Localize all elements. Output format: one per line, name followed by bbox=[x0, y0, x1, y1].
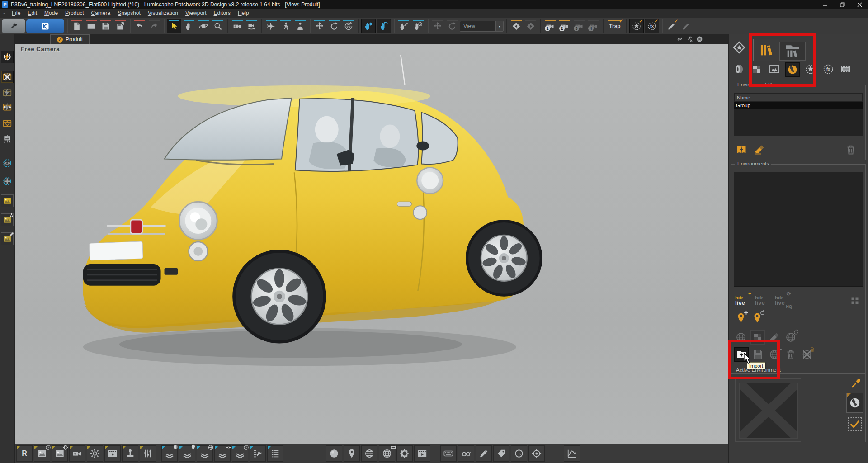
effects-button[interactable]: fx✓ bbox=[645, 19, 659, 33]
menu-editors[interactable]: Editors bbox=[210, 9, 234, 17]
environments-list[interactable] bbox=[734, 172, 863, 287]
paint-alt-button[interactable] bbox=[679, 19, 693, 33]
menu-mode[interactable]: Mode bbox=[41, 9, 61, 17]
visitor-mode-button[interactable] bbox=[293, 19, 307, 33]
env-globe-button[interactable] bbox=[734, 331, 748, 344]
camera-2-button[interactable]: 2 bbox=[558, 19, 571, 33]
import-environment-button[interactable] bbox=[734, 347, 749, 362]
groups-name-header[interactable]: Name bbox=[735, 94, 862, 101]
config-wrench-button[interactable] bbox=[250, 445, 266, 462]
menu-snapshot[interactable]: Snapshot bbox=[114, 9, 144, 17]
presentation-easel-button[interactable] bbox=[1, 133, 13, 145]
matter-ball-button[interactable] bbox=[326, 445, 342, 462]
images-library-button[interactable] bbox=[768, 62, 781, 76]
save-as-button[interactable] bbox=[113, 19, 127, 33]
menu-product[interactable]: Product bbox=[61, 9, 87, 17]
animation-clips-button[interactable] bbox=[104, 445, 121, 462]
eye-ring-button[interactable] bbox=[1, 157, 13, 169]
transparency-button[interactable]: Trsp✓ bbox=[606, 19, 623, 33]
target-eye-button[interactable] bbox=[528, 445, 545, 462]
layers-environment-button[interactable] bbox=[197, 445, 213, 462]
materials-library-button[interactable] bbox=[732, 62, 746, 76]
layers-materials-button[interactable] bbox=[161, 445, 178, 462]
snapshot-settings-button[interactable] bbox=[52, 445, 68, 462]
select-tool-button[interactable] bbox=[167, 19, 181, 33]
save-button[interactable] bbox=[99, 19, 113, 33]
layers-position-button[interactable] bbox=[179, 445, 195, 462]
textures-library-button[interactable] bbox=[750, 62, 764, 76]
grab-tool-button[interactable] bbox=[361, 19, 376, 33]
menu-visualization[interactable]: Visualization bbox=[144, 9, 182, 17]
env-add-button[interactable] bbox=[768, 348, 781, 361]
view-dropdown[interactable]: View▾ bbox=[460, 21, 504, 32]
walk-mode-button[interactable] bbox=[279, 19, 292, 33]
environment-groups-list[interactable]: Name Group bbox=[734, 93, 863, 136]
orbit-tool-button[interactable] bbox=[197, 19, 210, 33]
group-edit-button[interactable] bbox=[753, 143, 766, 156]
window-flash-button[interactable] bbox=[1, 87, 13, 99]
world-button[interactable] bbox=[361, 445, 377, 462]
group-delete-button[interactable] bbox=[844, 143, 857, 156]
active-environment-thumbnail[interactable] bbox=[735, 378, 801, 442]
hdr-live-button[interactable]: hdrlive bbox=[754, 292, 771, 308]
settings-button[interactable] bbox=[2, 19, 25, 33]
lighting-button[interactable] bbox=[87, 445, 103, 462]
image-edit-button[interactable] bbox=[1, 232, 14, 245]
tuner-button[interactable] bbox=[140, 445, 156, 462]
realtime-render-button[interactable] bbox=[1, 51, 14, 63]
stylus-button[interactable] bbox=[476, 445, 492, 462]
reset-view-button[interactable] bbox=[445, 19, 459, 33]
image-button[interactable] bbox=[1, 194, 14, 207]
export-environment-button[interactable] bbox=[751, 348, 765, 361]
spin-tool-button[interactable] bbox=[377, 19, 391, 33]
close-button[interactable] bbox=[851, 0, 868, 9]
filmstrip-button[interactable] bbox=[414, 445, 430, 462]
camera-1-button[interactable]: 1 bbox=[543, 19, 557, 33]
window-flash-products-button[interactable] bbox=[1, 101, 13, 113]
rotate-button[interactable] bbox=[327, 19, 341, 33]
menu-file[interactable]: File bbox=[8, 9, 24, 17]
close-view-icon[interactable] bbox=[696, 36, 703, 43]
view-settings-icon[interactable] bbox=[686, 36, 693, 43]
redo-button[interactable] bbox=[147, 19, 161, 33]
gear-tool-button[interactable] bbox=[396, 445, 413, 462]
undo-button[interactable] bbox=[133, 19, 146, 33]
stereo-glasses-button[interactable] bbox=[458, 445, 474, 462]
env-thumbnail-view-button[interactable] bbox=[848, 294, 862, 307]
controller-button[interactable] bbox=[122, 445, 138, 462]
effects-library-button[interactable]: fx bbox=[821, 62, 835, 76]
pin-add-button[interactable] bbox=[734, 311, 748, 325]
hdr-live-hq-button[interactable]: hdrlive⟳HQ bbox=[774, 292, 791, 308]
restore-button[interactable] bbox=[834, 0, 851, 9]
sensor-clock-button[interactable] bbox=[411, 19, 425, 33]
window-flash-off-button[interactable] bbox=[1, 71, 14, 83]
minimize-button[interactable] bbox=[816, 0, 834, 9]
tab-produit[interactable]: ✓ Produit bbox=[50, 34, 90, 44]
camera-orbit-button[interactable] bbox=[245, 19, 259, 33]
group-row[interactable]: Group bbox=[734, 102, 863, 109]
video-capture-button[interactable] bbox=[69, 445, 85, 462]
pin-tool-button[interactable] bbox=[344, 445, 360, 462]
tab-library-folder[interactable] bbox=[779, 42, 806, 61]
snapshot-history-button[interactable] bbox=[34, 445, 50, 462]
system-menu-icon[interactable]: ▾ bbox=[0, 11, 8, 15]
next-view-button[interactable] bbox=[524, 19, 538, 33]
move-view-button[interactable] bbox=[431, 19, 444, 33]
viewport-3d[interactable]: Free Camera bbox=[15, 44, 728, 444]
tab-library-books[interactable] bbox=[753, 39, 779, 61]
globe-film-button[interactable] bbox=[379, 445, 395, 462]
timer-button[interactable] bbox=[511, 445, 527, 462]
env-refresh-button[interactable] bbox=[784, 331, 797, 344]
tag-button[interactable] bbox=[493, 445, 509, 462]
apply-environment-button[interactable] bbox=[848, 417, 862, 431]
environments-library-button[interactable] bbox=[785, 62, 800, 77]
render-button[interactable]: R bbox=[16, 445, 33, 462]
prev-view-button[interactable] bbox=[509, 19, 523, 33]
pick-environment-button[interactable] bbox=[849, 377, 863, 390]
env-trash-button[interactable] bbox=[784, 348, 797, 361]
add-ring-button[interactable] bbox=[1, 175, 13, 187]
new-document-button[interactable] bbox=[70, 19, 84, 33]
rotate-world-button[interactable] bbox=[342, 19, 355, 33]
layers-visibility-button[interactable] bbox=[214, 445, 231, 462]
pin-refresh-button[interactable] bbox=[750, 311, 764, 325]
